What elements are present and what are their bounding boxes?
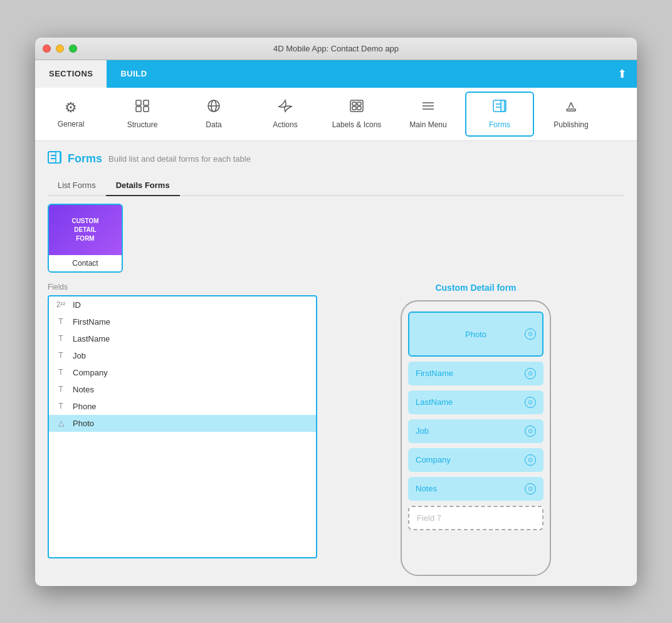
field-name-phone: Phone xyxy=(73,402,97,411)
field-row-id[interactable]: 2²² ID xyxy=(49,296,316,313)
lastname-remove-btn[interactable]: ⊙ xyxy=(525,397,536,408)
forms-tabs: List Forms Details Forms xyxy=(48,175,624,196)
forms-icon xyxy=(492,99,507,117)
preview-title: Custom Detail form xyxy=(327,283,624,293)
firstname-remove-btn[interactable]: ⊙ xyxy=(525,368,536,379)
phone-field-notes[interactable]: Notes ⊙ xyxy=(408,477,543,501)
svg-rect-10 xyxy=(352,107,356,110)
phone-field-lastname[interactable]: LastName ⊙ xyxy=(408,390,543,414)
field-name-firstname: FirstName xyxy=(73,317,110,327)
field-name-notes: Notes xyxy=(73,385,94,394)
toolbar-forms[interactable]: Forms xyxy=(465,92,534,137)
phone-field-company[interactable]: Company ⊙ xyxy=(408,448,543,472)
photo-remove-btn[interactable]: ⊙ xyxy=(525,328,536,340)
svg-rect-0 xyxy=(136,100,141,105)
main-menu-icon xyxy=(421,99,436,117)
svg-rect-11 xyxy=(357,107,361,110)
field-type-text-icon-3: T xyxy=(55,351,66,360)
field-type-image-icon: △ xyxy=(55,419,66,427)
toolbar-general[interactable]: ⚙ General xyxy=(36,92,105,137)
form-card-thumb-text: CUSTOMDETAILFORM xyxy=(71,217,98,243)
minimize-button[interactable] xyxy=(56,45,64,53)
window-controls xyxy=(43,45,77,53)
svg-rect-8 xyxy=(352,102,356,105)
preview-panel: Custom Detail form Photo ⊙ FirstName xyxy=(327,283,624,576)
field-row-job[interactable]: T Job xyxy=(49,347,316,364)
fields-list: 2²² ID T FirstName T LastName T Job xyxy=(48,295,317,558)
field-name-company: Company xyxy=(73,368,108,377)
toolbar-main-menu-label: Main Menu xyxy=(409,120,446,129)
publishing-icon xyxy=(564,99,579,117)
nav-bar: SECTIONS BUILD ⬆ xyxy=(35,60,637,88)
gear-icon: ⚙ xyxy=(65,100,77,116)
field-type-text-icon: T xyxy=(55,317,66,326)
toolbar-labels-icons-label: Labels & Icons xyxy=(332,120,382,129)
tab-details-forms[interactable]: Details Forms xyxy=(106,175,180,196)
phone-inner: Photo ⊙ FirstName ⊙ LastName xyxy=(408,312,543,530)
toolbar-structure-label: Structure xyxy=(127,120,158,129)
field-name-lastname: LastName xyxy=(73,334,110,343)
form-card-contact[interactable]: CUSTOMDETAILFORM Contact xyxy=(48,204,123,273)
forms-header: Forms Build list and detail forms for ea… xyxy=(48,151,624,167)
job-phone-label: Job xyxy=(416,426,429,436)
field-type-text-icon-2: T xyxy=(55,334,66,343)
phone-field-photo[interactable]: Photo ⊙ xyxy=(408,312,543,357)
labels-icons-icon xyxy=(349,99,364,117)
field-name-id: ID xyxy=(73,300,81,310)
company-phone-label: Company xyxy=(416,455,451,464)
nav-upload-button[interactable]: ⬆ xyxy=(607,60,637,88)
svg-rect-23 xyxy=(56,152,60,163)
nav-build-tab[interactable]: BUILD xyxy=(107,60,160,88)
toolbar-data[interactable]: Data xyxy=(179,92,248,137)
fields-panel: Fields 2²² ID T FirstName T LastName xyxy=(48,283,317,576)
close-button[interactable] xyxy=(43,45,51,53)
toolbar: ⚙ General Structure D xyxy=(35,88,637,141)
field-row-phone[interactable]: T Phone xyxy=(49,398,316,415)
job-remove-btn[interactable]: ⊙ xyxy=(525,426,536,437)
nav-sections-tab[interactable]: SECTIONS xyxy=(35,60,107,88)
phone-field-firstname[interactable]: FirstName ⊙ xyxy=(408,362,543,385)
svg-rect-1 xyxy=(144,100,149,105)
field-row-company[interactable]: T Company xyxy=(49,364,316,381)
svg-rect-9 xyxy=(357,102,361,105)
toolbar-structure[interactable]: Structure xyxy=(108,92,177,137)
field-row-lastname[interactable]: T LastName xyxy=(49,330,316,347)
svg-rect-2 xyxy=(136,107,141,112)
field-type-text-icon-6: T xyxy=(55,402,66,411)
actions-icon xyxy=(278,99,293,117)
toolbar-labels-icons[interactable]: Labels & Icons xyxy=(322,92,391,137)
form-card-label: Contact xyxy=(49,255,122,271)
field7-phone-label: Field 7 xyxy=(417,513,441,523)
notes-remove-btn[interactable]: ⊙ xyxy=(525,483,536,495)
phone-field-field7[interactable]: Field 7 xyxy=(408,506,543,530)
forms-page-title: Forms xyxy=(68,152,102,165)
field-name-job: Job xyxy=(73,351,86,360)
field-row-firstname[interactable]: T FirstName xyxy=(49,313,316,330)
app-window: 4D Mobile App: Contact Demo app SECTIONS… xyxy=(35,38,637,586)
toolbar-general-label: General xyxy=(58,120,85,128)
title-bar: 4D Mobile App: Contact Demo app xyxy=(35,38,637,60)
field-row-photo[interactable]: △ Photo xyxy=(49,415,316,432)
maximize-button[interactable] xyxy=(69,45,77,53)
svg-rect-18 xyxy=(501,100,505,112)
structure-icon xyxy=(135,99,150,117)
toolbar-publishing[interactable]: Publishing xyxy=(537,92,606,137)
main-content: Fields 2²² ID T FirstName T LastName xyxy=(48,283,624,576)
toolbar-main-menu[interactable]: Main Menu xyxy=(394,92,463,137)
form-card-thumb: CUSTOMDETAILFORM xyxy=(49,205,122,255)
form-cards-row: CUSTOMDETAILFORM Contact xyxy=(48,204,624,273)
field-name-photo: Photo xyxy=(73,419,94,428)
field-type-text-icon-5: T xyxy=(55,385,66,394)
tab-list-forms[interactable]: List Forms xyxy=(48,175,106,196)
svg-rect-19 xyxy=(567,109,575,111)
lastname-phone-label: LastName xyxy=(416,397,453,407)
company-remove-btn[interactable]: ⊙ xyxy=(525,454,536,466)
field-type-text-icon-4: T xyxy=(55,368,66,377)
nav-spacer xyxy=(161,60,607,88)
notes-phone-label: Notes xyxy=(416,484,437,493)
data-icon xyxy=(206,99,221,117)
field-row-notes[interactable]: T Notes xyxy=(49,381,316,398)
phone-field-job[interactable]: Job ⊙ xyxy=(408,419,543,443)
toolbar-actions[interactable]: Actions xyxy=(251,92,320,137)
field-type-id-icon: 2²² xyxy=(55,300,66,309)
